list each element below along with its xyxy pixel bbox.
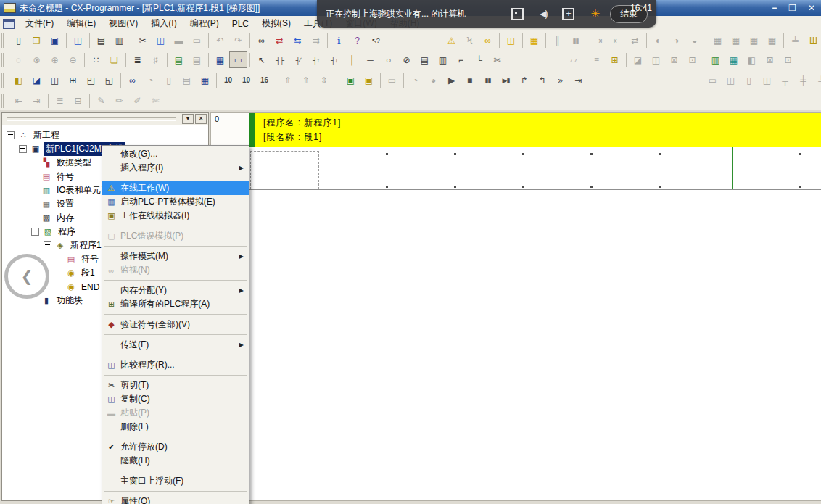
- print-button[interactable]: ▤: [92, 33, 110, 49]
- context-menu-modify[interactable]: 修改(G)...: [102, 147, 249, 161]
- context-menu-allow-docking[interactable]: ✔允许停放(D): [102, 440, 249, 454]
- fb-verify-button[interactable]: ⊡: [779, 51, 797, 68]
- restore-button[interactable]: ❐: [788, 3, 796, 13]
- selected-cell-cursor[interactable]: [250, 151, 319, 189]
- menu-文件[interactable]: 文件(F): [19, 16, 60, 31]
- collapse-expander-icon[interactable]: [31, 228, 39, 236]
- join-line-down-button[interactable]: ╪: [794, 72, 812, 88]
- context-menu-work-online-simulator[interactable]: ▣工作在线模拟器(I): [102, 209, 249, 223]
- context-menu-memory-allocation[interactable]: 内存分配(Y)▶: [102, 284, 249, 297]
- edit-annotation-button[interactable]: ✏: [110, 92, 128, 109]
- find-button[interactable]: ∞: [252, 33, 271, 49]
- menu-编辑[interactable]: 编辑(E): [60, 16, 102, 31]
- mdi-child-icon[interactable]: [3, 19, 15, 29]
- fb-delete-button[interactable]: ⊠: [665, 51, 683, 68]
- arrange-windows-button[interactable]: ◪: [28, 72, 46, 88]
- scan-run-button[interactable]: ◔: [406, 72, 424, 88]
- address-reference-button[interactable]: ◔: [141, 72, 160, 88]
- fullscreen-icon[interactable]: [511, 8, 524, 20]
- indent-rung-button[interactable]: ⇤: [9, 92, 28, 109]
- simulation-mode-button[interactable]: ◕: [424, 72, 442, 88]
- go-to-next-address-button[interactable]: ⇕: [315, 72, 333, 88]
- menu-编程[interactable]: 编程(P): [183, 16, 226, 31]
- sunflower-icon[interactable]: ✳: [590, 7, 600, 20]
- context-menu-hide[interactable]: 隐藏(H): [102, 454, 249, 468]
- collapse-rungs-button[interactable]: ⊟: [69, 92, 87, 109]
- redo-button[interactable]: ↷: [229, 33, 247, 49]
- sim-run-to-break-button[interactable]: ⇥: [569, 72, 587, 88]
- decimal-monitor-button[interactable]: 10: [219, 72, 237, 88]
- join-line-up-button[interactable]: ╤: [776, 72, 794, 88]
- new-window-button[interactable]: ◧: [9, 72, 28, 88]
- split-window-button[interactable]: ◰: [82, 72, 100, 88]
- new-pou-instruction-button[interactable]: ▥: [434, 51, 452, 68]
- plc-error-simulator-button[interactable]: ▭: [383, 72, 401, 88]
- fb-transfer-button[interactable]: ◧: [743, 51, 761, 68]
- plc-pt-simulation-button[interactable]: ▣: [360, 72, 378, 88]
- ladder-view-button[interactable]: ▭: [229, 51, 247, 68]
- collapse-expander-icon[interactable]: [19, 145, 27, 153]
- context-menu-work-online[interactable]: ⚠在线工作(W): [102, 181, 249, 195]
- menu-模拟[interactable]: 模拟(S): [255, 16, 297, 31]
- pause-monitoring-button[interactable]: ▮▮: [566, 33, 585, 49]
- auto-online-button[interactable]: Ϟ: [461, 33, 479, 49]
- open-project-button[interactable]: ❒: [28, 33, 46, 49]
- transfer-from-plc-button[interactable]: ⇤: [608, 33, 626, 49]
- select-mode-button[interactable]: ↖: [252, 51, 271, 68]
- print-preview-button[interactable]: ▥: [110, 33, 128, 49]
- paste-special-button[interactable]: ▭: [188, 33, 206, 49]
- address-stack-button[interactable]: ≡: [587, 51, 606, 68]
- context-menu-compare-program[interactable]: ◫比较程序(R)...: [102, 358, 249, 372]
- zoom-in-button[interactable]: ⊕: [46, 51, 64, 68]
- context-help-button[interactable]: ↖?: [366, 33, 384, 49]
- replace-button[interactable]: ⇄: [271, 33, 289, 49]
- rung-annotation-button[interactable]: ▤: [170, 51, 188, 68]
- context-menu-start-plc-pt-simulation[interactable]: ▦启动PLC-PT整体模拟(E): [102, 195, 249, 209]
- window-properties-button[interactable]: ◱: [100, 72, 118, 88]
- collapse-expander-icon[interactable]: [44, 241, 51, 249]
- st-editor-button[interactable]: ▦: [725, 51, 743, 68]
- ladder-editor[interactable]: 0 [程序名 : 新程序1] [段名称 : 段1]: [210, 112, 821, 501]
- online-edit-button[interactable]: ◫: [502, 33, 520, 49]
- find-report-button[interactable]: ◫: [69, 33, 87, 49]
- tile-windows-button[interactable]: ◫: [46, 72, 64, 88]
- new-fb-invocation-button[interactable]: ⌐: [452, 51, 470, 68]
- new-or-closed-contact-button[interactable]: ┤↓: [325, 51, 343, 68]
- edit-comment-button[interactable]: ✎: [92, 92, 110, 109]
- io-comment-button[interactable]: ▤: [178, 72, 196, 88]
- new-fb-parameter-button[interactable]: └: [470, 51, 488, 68]
- grid-toggle-button[interactable]: ∷: [87, 51, 105, 68]
- rung-0[interactable]: [249, 147, 821, 190]
- menu-视图[interactable]: 视图(V): [102, 16, 144, 31]
- fb-edit-button[interactable]: ◪: [629, 51, 647, 68]
- program-check-button[interactable]: ▯: [160, 72, 178, 88]
- overview-button[interactable]: ♯: [147, 51, 165, 68]
- fb-add-button[interactable]: ◫: [647, 51, 665, 68]
- watch-button[interactable]: Ш: [804, 33, 821, 49]
- memory-view-button[interactable]: ▦: [196, 72, 214, 88]
- insert-rung-below-button[interactable]: ◫: [722, 72, 740, 88]
- cascade-windows-button[interactable]: ⊞: [64, 72, 82, 88]
- sim-stop-button[interactable]: ■: [461, 72, 479, 88]
- cross-reference-report-button[interactable]: ∞: [123, 72, 141, 88]
- rung-comment-list-button[interactable]: ≣: [128, 51, 147, 68]
- monitoring-button[interactable]: ∞: [479, 33, 497, 49]
- context-menu-paste[interactable]: ▬粘贴(P): [102, 406, 249, 420]
- insert-rung-above-button[interactable]: ▭: [704, 72, 722, 88]
- close-button[interactable]: ✕: [808, 3, 815, 13]
- replace-symbol-button[interactable]: ⇆: [289, 33, 307, 49]
- context-menu-plc-error-simulation[interactable]: ▢PLC错误模拟(P): [102, 229, 249, 243]
- sim-pause-button[interactable]: ▮▮: [479, 72, 497, 88]
- compact-rungs-button[interactable]: ▤: [188, 51, 206, 68]
- force-on-button[interactable]: ◐: [649, 33, 667, 49]
- transfer-to-plc-button[interactable]: ⇥: [590, 33, 608, 49]
- compare-with-plc-button[interactable]: ⇄: [626, 33, 644, 49]
- context-menu-properties[interactable]: ☞属性(O): [102, 495, 249, 504]
- move-rung-up-button[interactable]: ▯: [740, 72, 758, 88]
- sim-step-in-button[interactable]: ↱: [515, 72, 533, 88]
- fb-remove-button[interactable]: ⊠: [761, 51, 779, 68]
- show-cross-reference-button[interactable]: ▱: [564, 51, 582, 68]
- go-to-output-button[interactable]: ⇑: [297, 72, 315, 88]
- collapse-expander-icon[interactable]: [7, 131, 15, 139]
- rung-shortcut-button[interactable]: ❏: [105, 51, 123, 68]
